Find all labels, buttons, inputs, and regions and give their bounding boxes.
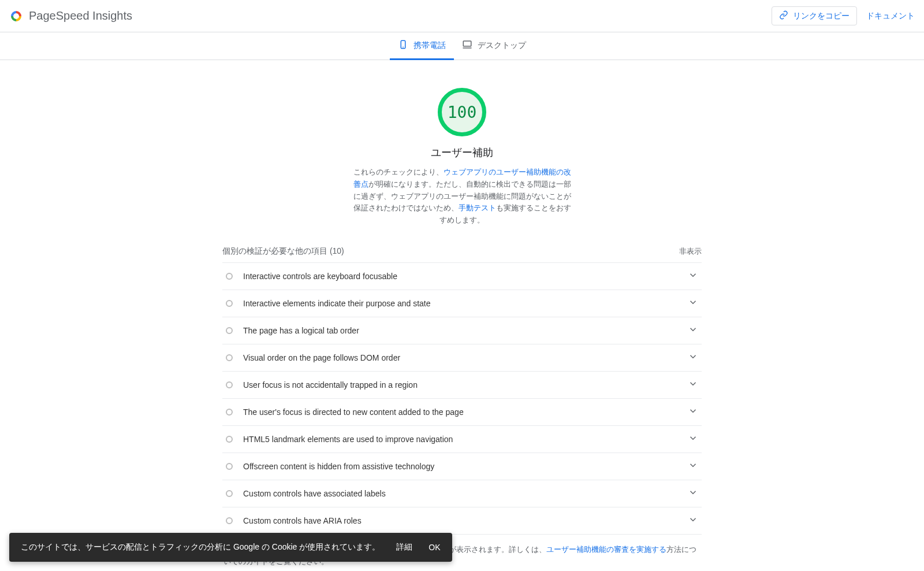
app-header: PageSpeed Insights リンクをコピー ドキュメント: [0, 0, 924, 32]
manual-section-toggle[interactable]: 非表示: [679, 246, 702, 257]
accessibility-gauge-section: 100 ユーザー補助 これらのチェックにより、ウェブアプリのユーザー補助機能の改…: [222, 88, 702, 227]
manual-status-icon: [226, 381, 233, 388]
audit-row[interactable]: HTML5 landmark elements are used to impr…: [222, 426, 702, 453]
chevron-down-icon: [688, 433, 698, 446]
desktop-icon: [462, 39, 472, 51]
gauge-desc-pre: これらのチェックにより、: [353, 168, 444, 176]
manual-status-icon: [226, 463, 233, 470]
header-left: PageSpeed Insights: [9, 9, 132, 23]
audit-row[interactable]: Offscreen content is hidden from assisti…: [222, 453, 702, 480]
manual-status-icon: [226, 273, 233, 280]
cookie-details-button[interactable]: 詳細: [396, 542, 412, 553]
manual-status-icon: [226, 409, 233, 416]
psi-logo-icon: [9, 9, 23, 23]
copy-link-label: リンクをコピー: [793, 11, 850, 21]
chevron-down-icon: [688, 351, 698, 364]
audit-row[interactable]: Interactive elements indicate their purp…: [222, 290, 702, 317]
svg-rect-2: [463, 41, 471, 46]
chevron-down-icon: [688, 270, 698, 283]
chevron-down-icon: [688, 297, 698, 310]
copy-link-button[interactable]: リンクをコピー: [772, 6, 857, 25]
audit-title: Custom controls have associated labels: [243, 489, 688, 498]
audit-row[interactable]: Custom controls have associated labels: [222, 480, 702, 507]
report-container: 100 ユーザー補助 これらのチェックにより、ウェブアプリのユーザー補助機能の改…: [222, 60, 702, 571]
audit-title: HTML5 landmark elements are used to impr…: [243, 435, 688, 444]
audit-title: Visual order on the page follows DOM ord…: [243, 353, 688, 362]
audit-title: Interactive controls are keyboard focusa…: [243, 272, 688, 281]
tab-mobile-label: 携帯電話: [413, 40, 446, 51]
audit-list: Interactive controls are keyboard focusa…: [222, 263, 702, 535]
footer-note-link[interactable]: ユーザー補助機能の審査を実施する: [546, 545, 666, 554]
app-title: PageSpeed Insights: [29, 9, 132, 23]
cookie-consent-bar: このサイトでは、サービスの配信とトラフィックの分析に Google の Cook…: [9, 533, 452, 562]
manual-section-title: 個別の検証が必要な他の項目 (10): [222, 246, 344, 257]
audit-row[interactable]: Visual order on the page follows DOM ord…: [222, 344, 702, 372]
manual-status-icon: [226, 490, 233, 497]
cookie-message: このサイトでは、サービスの配信とトラフィックの分析に Google の Cook…: [21, 542, 380, 553]
gauge-score: 100: [448, 103, 477, 122]
gauge-description: これらのチェックにより、ウェブアプリのユーザー補助機能の改善点が明確になります。…: [352, 166, 572, 227]
audit-title: User focus is not accidentally trapped i…: [243, 380, 688, 390]
gauge-circle: 100: [438, 88, 486, 136]
device-tabs: 携帯電話 デスクトップ: [0, 32, 924, 60]
manual-status-icon: [226, 517, 233, 524]
audit-title: Custom controls have ARIA roles: [243, 516, 688, 525]
chevron-down-icon: [688, 514, 698, 527]
chevron-down-icon: [688, 324, 698, 337]
doc-link[interactable]: ドキュメント: [866, 11, 915, 21]
link-icon: [779, 10, 788, 21]
chevron-down-icon: [688, 379, 698, 391]
chevron-down-icon: [688, 406, 698, 418]
audit-title: Interactive elements indicate their purp…: [243, 299, 688, 308]
audit-row[interactable]: Interactive controls are keyboard focusa…: [222, 263, 702, 290]
header-right: リンクをコピー ドキュメント: [772, 6, 915, 25]
manual-status-icon: [226, 327, 233, 334]
audit-row[interactable]: The page has a logical tab order: [222, 317, 702, 344]
gauge-link-manual-test[interactable]: 手動テスト: [459, 203, 496, 212]
manual-status-icon: [226, 300, 233, 307]
manual-section-header: 個別の検証が必要な他の項目 (10) 非表示: [222, 240, 702, 263]
audit-row[interactable]: The user's focus is directed to new cont…: [222, 399, 702, 426]
cookie-ok-button[interactable]: OK: [429, 543, 440, 552]
manual-status-icon: [226, 436, 233, 443]
audit-title: The user's focus is directed to new cont…: [243, 407, 688, 417]
tab-desktop-label: デスクトップ: [478, 40, 526, 51]
mobile-icon: [398, 39, 408, 51]
audit-title: Offscreen content is hidden from assisti…: [243, 462, 688, 471]
tab-desktop[interactable]: デスクトップ: [454, 32, 534, 60]
audit-row[interactable]: Custom controls have ARIA roles: [222, 507, 702, 535]
tab-mobile[interactable]: 携帯電話: [390, 32, 454, 60]
score-gauge: 100: [438, 88, 486, 136]
audit-row[interactable]: User focus is not accidentally trapped i…: [222, 372, 702, 399]
audit-title: The page has a logical tab order: [243, 326, 688, 335]
chevron-down-icon: [688, 487, 698, 500]
manual-status-icon: [226, 354, 233, 361]
gauge-title: ユーザー補助: [222, 146, 702, 160]
chevron-down-icon: [688, 460, 698, 473]
